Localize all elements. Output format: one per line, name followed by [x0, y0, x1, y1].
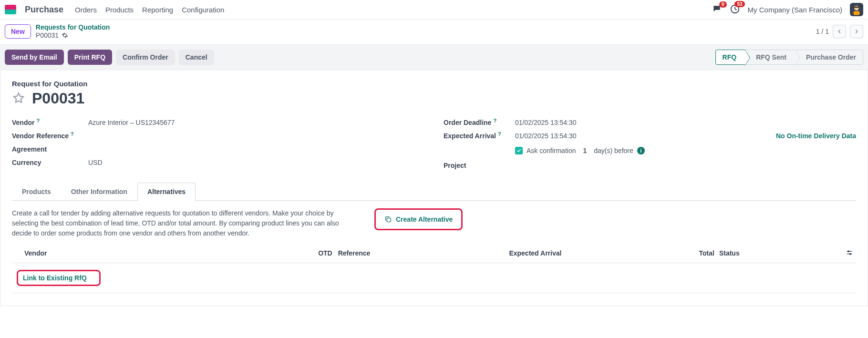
nav-configuration[interactable]: Configuration [182, 6, 224, 14]
tab-other-info[interactable]: Other Information [61, 183, 137, 200]
arrival-value: 01/02/2025 13:54:30 [515, 132, 576, 140]
vendor-label: Vendor? [12, 119, 88, 126]
link-existing-rfq-highlight: Link to Existing RfQ [17, 270, 101, 286]
svg-line-2 [735, 9, 737, 10]
link-rfq-row: Link to Existing RfQ [12, 263, 856, 293]
help-icon[interactable]: ? [36, 118, 40, 123]
top-nav: Purchase Orders Products Reporting Confi… [0, 0, 868, 20]
messages-badge: 9 [719, 1, 727, 8]
col-vendor: Vendor [15, 249, 281, 257]
confirm-order-button[interactable]: Confirm Order [116, 50, 175, 65]
svg-point-11 [850, 253, 851, 255]
star-icon[interactable] [12, 92, 25, 105]
vendor-ref-label: Vendor Reference? [12, 132, 88, 140]
svg-rect-5 [854, 11, 860, 15]
agreement-label: Agreement [12, 145, 88, 153]
app-logo[interactable] [5, 5, 16, 14]
columns-adjust-button[interactable] [839, 249, 853, 258]
avatar[interactable] [850, 3, 863, 16]
ask-confirmation-label: Ask confirmation [527, 147, 576, 154]
status-rfq[interactable]: RFQ [715, 50, 746, 65]
alternatives-table-header: Vendor OTD Reference Expected Arrival To… [12, 244, 856, 263]
sheet-subtitle: Request for Quotation [12, 80, 856, 88]
pager: 1 / 1 [816, 25, 863, 38]
arrival-field[interactable]: 01/02/2025 13:54:30 No On-time Delivery … [515, 132, 856, 140]
cancel-button[interactable]: Cancel [179, 50, 214, 65]
right-column: Order Deadline? 01/02/2025 13:54:30 Expe… [444, 116, 856, 172]
send-email-button[interactable]: Send by Email [5, 50, 64, 65]
alternatives-description: Create a call for tender by adding alter… [12, 208, 355, 238]
tab-alternatives[interactable]: Alternatives [137, 183, 196, 201]
left-column: Vendor? Azure Interior – US12345677 Vend… [12, 116, 424, 172]
help-icon[interactable]: ? [71, 131, 74, 137]
link-existing-rfq-button[interactable]: Link to Existing RfQ [23, 274, 87, 282]
help-icon[interactable]: ? [493, 118, 496, 123]
vendor-field[interactable]: Azure Interior – US12345677 [88, 119, 424, 126]
nav-products[interactable]: Products [105, 6, 134, 14]
app-title[interactable]: Purchase [25, 5, 63, 15]
status-steps: RFQ RFQ Sent Purchase Order [716, 50, 863, 65]
create-alternative-label: Create Alternative [396, 215, 453, 223]
activities-badge: 53 [734, 1, 744, 7]
confirmation-days-input[interactable]: 1 [579, 145, 590, 156]
nav-reporting[interactable]: Reporting [142, 6, 173, 14]
create-alternative-highlight: Create Alternative [374, 208, 463, 230]
arrival-label: Expected Arrival? [444, 132, 515, 140]
col-reference: Reference [338, 249, 509, 257]
col-status: Status [719, 249, 839, 257]
no-otd-link[interactable]: No On-time Delivery Data [776, 132, 856, 140]
create-alternative-button[interactable]: Create Alternative [380, 212, 457, 227]
company-switcher[interactable]: My Company (San Francisco) [748, 6, 842, 14]
col-expected: Expected Arrival [509, 249, 646, 257]
currency-label: Currency [12, 159, 88, 166]
breadcrumb-parent[interactable]: Requests for Quotation [36, 23, 110, 31]
breadcrumb: New Requests for Quotation P00031 1 / 1 [0, 20, 868, 44]
activities-icon[interactable]: 53 [730, 4, 740, 16]
pager-count: 1 / 1 [816, 28, 829, 35]
breadcrumb-current: P00031 [36, 31, 110, 40]
project-label: Project [444, 162, 515, 169]
currency-field[interactable]: USD [88, 159, 424, 166]
page-title: P00031 [32, 90, 84, 107]
days-before-label: day(s) before [594, 147, 633, 154]
status-purchase-order[interactable]: Purchase Order [795, 50, 863, 65]
svg-rect-6 [854, 7, 859, 8]
col-total: Total [646, 249, 719, 257]
deadline-label: Order Deadline? [444, 119, 515, 126]
print-rfq-button[interactable]: Print RFQ [68, 50, 112, 65]
nav-orders[interactable]: Orders [75, 6, 97, 14]
gear-icon[interactable] [62, 32, 68, 39]
info-icon[interactable]: i [637, 147, 645, 154]
col-otd: OTD [281, 249, 338, 257]
tab-products[interactable]: Products [12, 183, 61, 200]
help-icon[interactable]: ? [498, 131, 501, 137]
copy-icon [384, 215, 392, 223]
tabs: Products Other Information Alternatives [12, 183, 856, 201]
sliders-icon [846, 249, 853, 256]
deadline-field[interactable]: 01/02/2025 13:54:30 [515, 119, 856, 126]
status-rfq-sent[interactable]: RFQ Sent [745, 50, 796, 65]
alternatives-content: Create a call for tender by adding alter… [12, 201, 856, 301]
svg-rect-7 [387, 218, 391, 222]
form-sheet: Request for Quotation P00031 Vendor? Azu… [0, 70, 868, 306]
ask-confirmation-checkbox[interactable] [515, 147, 523, 154]
pager-prev[interactable] [833, 25, 846, 38]
pager-next[interactable] [850, 25, 863, 38]
status-bar: Send by Email Print RFQ Confirm Order Ca… [0, 44, 868, 70]
breadcrumb-id: P00031 [36, 31, 59, 40]
new-button[interactable]: New [5, 24, 31, 39]
ask-confirmation-row: Ask confirmation 1 day(s) before i [515, 145, 856, 156]
svg-point-9 [848, 251, 849, 252]
messages-icon[interactable]: 9 [712, 4, 722, 15]
